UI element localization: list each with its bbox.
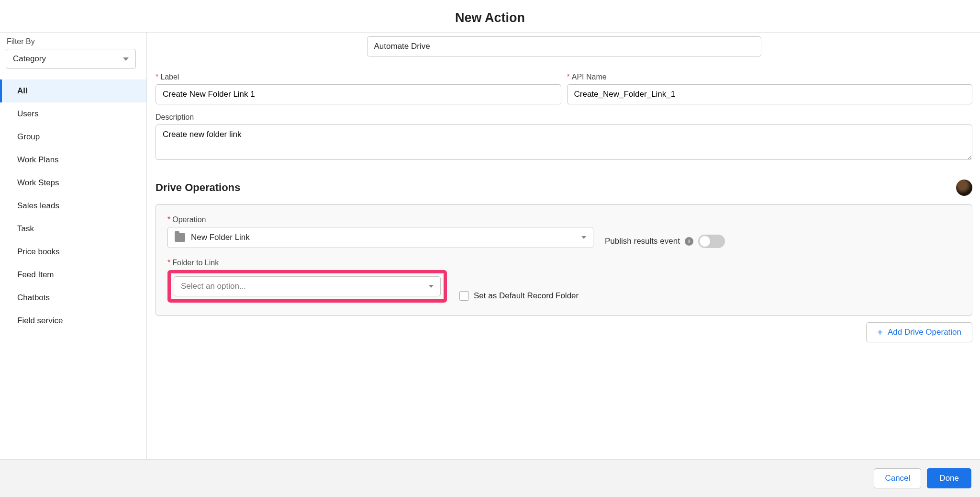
operation-label: Operation [167, 215, 593, 224]
category-list: All Users Group Work Plans Work Steps Sa… [0, 79, 146, 332]
chevron-down-icon [123, 57, 129, 61]
drive-operations-heading: Drive Operations [156, 181, 240, 194]
label-field-label: Label [156, 73, 561, 81]
category-item-users[interactable]: Users [0, 102, 146, 125]
category-item-group[interactable]: Group [0, 125, 146, 148]
action-name-value: Automate Drive [374, 42, 430, 51]
cancel-button[interactable]: Cancel [874, 468, 921, 488]
category-item-all[interactable]: All [0, 79, 146, 102]
filter-by-label: Filter By [7, 37, 146, 46]
category-item-field-service[interactable]: Field service [0, 309, 146, 332]
avatar[interactable] [956, 180, 972, 196]
add-drive-operation-button[interactable]: + Add Drive Operation [866, 322, 972, 342]
chevron-down-icon [429, 285, 434, 288]
plus-icon: + [877, 328, 883, 337]
category-item-work-steps[interactable]: Work Steps [0, 171, 146, 194]
label-input[interactable] [156, 84, 561, 104]
folder-icon [175, 233, 185, 242]
operation-value: New Folder Link [191, 233, 250, 242]
category-item-feed-item[interactable]: Feed Item [0, 263, 146, 286]
category-item-work-plans[interactable]: Work Plans [0, 148, 146, 171]
add-drive-operation-label: Add Drive Operation [888, 328, 961, 337]
folder-select-highlight: Select an option... [167, 270, 447, 303]
filter-category-value: Category [13, 54, 46, 64]
category-item-chatbots[interactable]: Chatbots [0, 286, 146, 309]
description-input[interactable] [156, 124, 972, 160]
operation-select[interactable]: New Folder Link [167, 227, 593, 248]
publish-results-toggle[interactable] [698, 235, 725, 248]
folder-select-placeholder: Select an option... [181, 282, 246, 291]
publish-results-label: Publish results event [605, 237, 680, 246]
category-item-sales-leads[interactable]: Sales leads [0, 194, 146, 217]
sidebar: Filter By Category All Users Group Work … [0, 33, 147, 459]
description-label: Description [156, 113, 972, 122]
api-name-label: API Name [567, 73, 973, 81]
chevron-down-icon [581, 236, 586, 239]
page-title: New Action [0, 0, 980, 32]
api-name-input[interactable] [567, 84, 973, 104]
category-item-price-books[interactable]: Price books [0, 240, 146, 263]
filter-category-select[interactable]: Category [6, 49, 136, 69]
drive-operation-card: Operation New Folder Link Publish result… [156, 204, 972, 316]
default-record-folder-label: Set as Default Record Folder [474, 291, 579, 301]
category-item-task[interactable]: Task [0, 217, 146, 240]
folder-to-link-select[interactable]: Select an option... [174, 276, 441, 296]
folder-to-link-label: Folder to Link [167, 259, 447, 267]
content-area: Automate Drive Label API Name Descriptio… [147, 33, 980, 459]
done-button[interactable]: Done [927, 468, 971, 488]
info-icon[interactable]: i [685, 237, 693, 246]
default-record-folder-checkbox[interactable] [459, 291, 469, 301]
action-name-input[interactable]: Automate Drive [367, 36, 761, 56]
dialog-footer: Cancel Done [0, 459, 980, 497]
